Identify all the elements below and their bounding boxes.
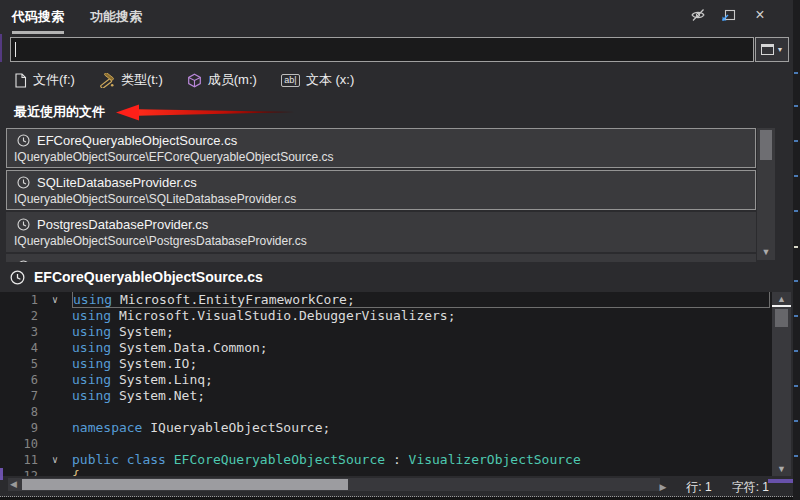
code-line[interactable]: 11∨public class EFCoreQueryableObjectSou…	[0, 452, 772, 468]
code-token: System.Data.Common;	[111, 340, 268, 355]
scroll-up-icon[interactable]: ▲	[772, 294, 791, 304]
preview-toggle-eye-off-icon[interactable]	[689, 6, 707, 24]
text-caret	[15, 42, 16, 57]
tab-feature-search[interactable]: 功能搜索	[90, 1, 142, 32]
code-token: :	[385, 452, 408, 467]
code-line[interactable]: 5using System.IO;	[0, 356, 772, 372]
line-number: 1	[0, 292, 50, 308]
fold-gutter	[50, 356, 72, 372]
code-line[interactable]: 2using Microsoft.VisualStudio.DebuggerVi…	[0, 308, 772, 324]
line-number: 8	[0, 404, 50, 420]
code-text: using System.Data.Common;	[72, 340, 770, 356]
file-icon	[14, 73, 27, 88]
fold-gutter	[50, 340, 72, 356]
code-line[interactable]: 6using System.Linq;	[0, 372, 772, 388]
scroll-left-icon[interactable]: ◀	[10, 478, 17, 491]
clock-icon	[17, 218, 30, 231]
window-edge-sliver	[0, 34, 2, 62]
code-token: System.IO;	[111, 356, 197, 371]
preview-header: EFCoreQueryableObjectSource.cs	[0, 262, 793, 292]
clock-icon	[10, 270, 25, 285]
code-text	[72, 404, 770, 420]
tab-code-search[interactable]: 代码搜索	[12, 1, 64, 32]
editor-hscroll-thumb[interactable]	[22, 479, 348, 490]
code-line[interactable]: 4using System.Data.Common;	[0, 340, 772, 356]
filter-members[interactable]: 成员(m:)	[187, 71, 257, 89]
fold-gutter	[50, 436, 72, 452]
list-scrollbar-thumb[interactable]	[760, 130, 772, 160]
file-path: IQueryableObjectSource\SQLiteDatabasePro…	[14, 192, 747, 209]
filter-row: 文件(f:) 类型(t:)	[14, 66, 354, 94]
code-token: IQueryableObjectSource;	[142, 420, 330, 435]
list-item[interactable]: SQLiteDatabaseProvider.cs IQueryableObje…	[6, 170, 756, 210]
code-line[interactable]: 7using System.Net;	[0, 388, 772, 404]
code-token: using	[72, 324, 111, 339]
search-input[interactable]	[10, 37, 754, 62]
file-name: PostgresDatabaseProvider.cs	[37, 217, 208, 232]
list-item[interactable]: ExpressionTreeHelpers.cs IQueryableObjec…	[6, 254, 756, 262]
editor-horizontal-scrollbar[interactable]: ◀	[8, 478, 660, 491]
fold-gutter	[50, 324, 72, 340]
fold-chevron-icon[interactable]: ∨	[50, 452, 72, 468]
list-scrollbar[interactable]: ▼	[757, 128, 775, 260]
recent-files-list: EFCoreQueryableObjectSource.cs IQueryabl…	[6, 128, 756, 262]
code-token: EFCoreQueryableObjectSource	[174, 452, 385, 467]
line-number: 11	[0, 452, 50, 468]
window-edge-sliver	[0, 468, 3, 480]
clock-icon	[17, 176, 30, 189]
code-text	[72, 436, 770, 452]
code-token: System;	[111, 324, 174, 339]
close-icon[interactable]: ×	[751, 6, 769, 24]
annotation-arrow	[112, 102, 297, 124]
file-name: SQLiteDatabaseProvider.cs	[37, 175, 197, 190]
tab-strip: 代码搜索 功能搜索	[12, 1, 142, 32]
fold-gutter	[50, 420, 72, 436]
editor-vscroll-thumb[interactable]	[775, 309, 788, 327]
background-code-fragment	[794, 315, 798, 317]
code-token: VisualizerObjectSource	[409, 452, 581, 467]
code-line[interactable]: 9namespace IQueryableObjectSource;	[0, 420, 772, 436]
code-line[interactable]: 1∨using Microsoft.EntityFrameworkCore;	[0, 292, 772, 308]
fold-gutter	[50, 308, 72, 324]
code-editor[interactable]: 1∨using Microsoft.EntityFrameworkCore;2u…	[0, 292, 772, 476]
code-token	[166, 452, 174, 467]
filter-types[interactable]: 类型(t:)	[99, 71, 163, 89]
preview-file-title: EFCoreQueryableObjectSource.cs	[34, 269, 263, 285]
fold-chevron-icon[interactable]: ∨	[50, 292, 72, 308]
window-edge-sliver	[768, 479, 793, 483]
list-item[interactable]: PostgresDatabaseProvider.cs IQueryableOb…	[6, 212, 756, 252]
results-layout-dropdown[interactable]: ▼	[755, 37, 789, 62]
screen: 代码搜索 功能搜索	[0, 0, 800, 500]
code-text: using Microsoft.EntityFrameworkCore;	[72, 292, 770, 308]
code-line[interactable]: 12{	[0, 468, 772, 476]
background-code-fragment	[794, 420, 798, 422]
titlebar-icons: ×	[689, 6, 769, 24]
chevron-down-icon: ▼	[777, 46, 784, 53]
file-path: IQueryableObjectSource\EFCoreQueryableOb…	[14, 150, 747, 167]
file-path: IQueryableObjectSource\PostgresDatabaseP…	[14, 234, 747, 251]
filter-files[interactable]: 文件(f:)	[14, 71, 75, 89]
list-scroll-down-icon[interactable]: ▼	[757, 247, 775, 257]
open-in-new-window-icon[interactable]	[720, 6, 738, 24]
line-number: 10	[0, 436, 50, 452]
code-text: using System.Net;	[72, 388, 770, 404]
editor-vertical-scrollbar[interactable]: ▲ ▼	[772, 292, 791, 476]
fold-gutter	[50, 404, 72, 420]
code-line[interactable]: 3using System;	[0, 324, 772, 340]
code-token: using	[72, 372, 111, 387]
code-line[interactable]: 8	[0, 404, 772, 420]
status-line-number: 行: 1	[686, 479, 711, 496]
line-number: 2	[0, 308, 50, 324]
code-token: {	[72, 468, 80, 476]
background-code-fragment	[794, 140, 798, 142]
code-text: using System;	[72, 324, 770, 340]
line-number: 12	[0, 468, 50, 476]
code-search-dialog: 代码搜索 功能搜索	[0, 0, 793, 497]
scroll-down-icon[interactable]: ▼	[772, 464, 791, 474]
filter-text[interactable]: ab| 文本 (x:)	[281, 71, 354, 89]
code-line[interactable]: 10	[0, 436, 772, 452]
member-cube-icon	[187, 73, 202, 88]
file-name: EFCoreQueryableObjectSource.cs	[37, 133, 237, 148]
list-item[interactable]: EFCoreQueryableObjectSource.cs IQueryabl…	[6, 128, 756, 168]
code-token: using	[72, 388, 111, 403]
